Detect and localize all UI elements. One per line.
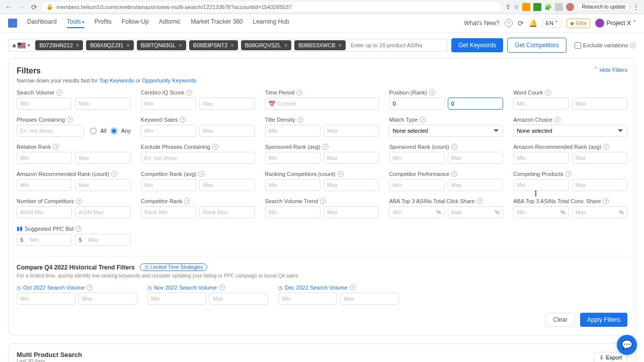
match-type-select[interactable]: None selected	[389, 125, 503, 137]
oct-max[interactable]	[78, 293, 137, 305]
wordcount-min[interactable]	[513, 98, 569, 110]
elite-badge[interactable]: ◆Elite	[567, 19, 590, 28]
spravg-max[interactable]	[324, 152, 379, 164]
cperf-max[interactable]	[448, 179, 503, 191]
star-icon[interactable]: ☆	[514, 4, 519, 11]
arrcnt-min[interactable]	[17, 179, 72, 191]
chip-remove-icon[interactable]: ×	[179, 42, 182, 48]
relrank-min[interactable]	[17, 152, 72, 164]
abaconv-max[interactable]	[573, 207, 616, 218]
get-keywords-button[interactable]: Get Keywords	[451, 38, 503, 52]
puzzle-icon[interactable]: 🧩	[544, 4, 552, 11]
position-min[interactable]	[389, 98, 444, 110]
exclude-phrases-input[interactable]	[141, 152, 255, 164]
asin-input[interactable]	[349, 40, 445, 50]
nc-max[interactable]	[75, 206, 130, 218]
search-volume-min[interactable]	[17, 98, 72, 110]
phrases-all-radio[interactable]	[90, 128, 97, 134]
hide-filters-toggle[interactable]: ˄ Hide Filters	[594, 66, 627, 73]
chip-remove-icon[interactable]: ×	[126, 42, 129, 48]
chip-remove-icon[interactable]: ×	[339, 42, 342, 48]
kwsales-max[interactable]	[199, 125, 255, 137]
reload-icon[interactable]: ⟳	[31, 3, 37, 11]
apply-filters-button[interactable]: Apply Filters	[580, 313, 627, 327]
marketplace-selector[interactable]: a ▾	[11, 42, 32, 48]
rcc-max[interactable]	[324, 179, 379, 191]
spravg-min[interactable]	[265, 152, 320, 164]
help-icon[interactable]: ?	[505, 19, 513, 27]
nav-dashboard[interactable]: Dashboard	[27, 18, 57, 28]
cravg-min[interactable]	[141, 179, 196, 191]
search-volume-max[interactable]	[75, 98, 130, 110]
ppc-max[interactable]	[86, 234, 130, 245]
td-min[interactable]	[265, 125, 320, 137]
phrases-input[interactable]	[17, 125, 84, 137]
dec-min[interactable]	[278, 293, 337, 305]
refresh-icon[interactable]: ⟳	[518, 19, 524, 27]
relrank-max[interactable]	[75, 152, 130, 164]
abaclick-max[interactable]	[448, 207, 492, 218]
back-icon[interactable]: ←	[5, 3, 12, 11]
ext-icon[interactable]	[533, 3, 541, 11]
nav-profits[interactable]: Profits	[95, 18, 112, 28]
svt-max[interactable]	[324, 206, 379, 218]
top-keywords-link[interactable]: Top Keywords	[99, 77, 134, 83]
oct-min[interactable]	[17, 293, 75, 305]
language-selector[interactable]: EN ˅	[542, 19, 561, 28]
forward-icon[interactable]: →	[18, 3, 25, 11]
cr-min[interactable]	[141, 206, 196, 218]
cp-max[interactable]	[572, 179, 627, 191]
kwsales-min[interactable]	[141, 125, 196, 137]
asin-input-wrap[interactable]: a ▾ B07Z8HN212×B08X8QZJ31×B08TQN83GL×B08…	[8, 39, 447, 52]
opportunity-keywords-link[interactable]: Opportunity Keywords	[142, 77, 196, 83]
svt-min[interactable]	[265, 206, 320, 218]
time-period-input[interactable]	[265, 98, 379, 110]
cp-min[interactable]	[513, 179, 569, 191]
ext-avatar[interactable]	[566, 3, 574, 11]
wordcount-max[interactable]	[572, 98, 627, 110]
chat-fab[interactable]: 💬	[617, 335, 637, 355]
td-max[interactable]	[324, 125, 379, 137]
sprcnt-min[interactable]	[389, 152, 444, 164]
clear-button[interactable]: Clear	[545, 313, 575, 327]
chip-remove-icon[interactable]: ×	[230, 42, 233, 48]
share-icon[interactable]: ⇪	[506, 4, 511, 11]
trend-badge[interactable]: ◷Limited Time Strategies	[140, 263, 208, 271]
get-competitors-button[interactable]: Get Competitors	[507, 38, 566, 53]
phrases-any-radio[interactable]	[111, 128, 117, 134]
sprcnt-max[interactable]	[448, 152, 503, 164]
position-max[interactable]	[448, 98, 503, 110]
nc-min[interactable]	[17, 206, 72, 218]
chip-remove-icon[interactable]: ×	[76, 42, 79, 48]
arrcnt-max[interactable]	[75, 179, 130, 191]
abaclick-min[interactable]	[389, 207, 433, 218]
rcc-min[interactable]	[265, 179, 320, 191]
cravg-max[interactable]	[199, 179, 255, 191]
project-selector[interactable]: Project X ˅	[595, 19, 636, 28]
app-icon[interactable]	[8, 19, 17, 28]
nav-market-tracker-360[interactable]: Market Tracker 360	[191, 18, 243, 28]
ext-icon[interactable]	[555, 3, 563, 11]
cr-max[interactable]	[199, 206, 255, 218]
bell-icon[interactable]: 🔔	[529, 19, 537, 27]
abaconv-min[interactable]	[514, 207, 557, 218]
arravg-max[interactable]	[572, 152, 627, 164]
whats-new[interactable]: What's New?	[464, 20, 499, 27]
url-bar[interactable]: 🔒 members.helium10.com/cerebro/amazon/vi…	[41, 2, 502, 12]
iq-min[interactable]	[141, 98, 196, 110]
iq-max[interactable]	[199, 98, 255, 110]
dec-max[interactable]	[340, 293, 399, 305]
nav-follow-up[interactable]: Follow-Up	[122, 18, 149, 28]
nav-tools[interactable]: Tools▾	[67, 18, 85, 28]
nav-adtomic[interactable]: Adtomic	[159, 18, 181, 28]
menu-icon[interactable]: ⋮	[633, 4, 639, 11]
chip-remove-icon[interactable]: ×	[284, 42, 287, 48]
exclude-variations-check[interactable]: Exclude variations ?	[575, 42, 636, 49]
amazon-choice-select[interactable]: None selected	[513, 125, 627, 137]
relaunch-button[interactable]: Relaunch to update	[577, 3, 630, 11]
ext-icon[interactable]	[522, 3, 530, 11]
nov-max[interactable]	[209, 293, 268, 305]
nav-learning-hub[interactable]: Learning Hub	[253, 18, 289, 28]
ppc-min[interactable]	[27, 234, 71, 245]
nov-min[interactable]	[147, 293, 206, 305]
